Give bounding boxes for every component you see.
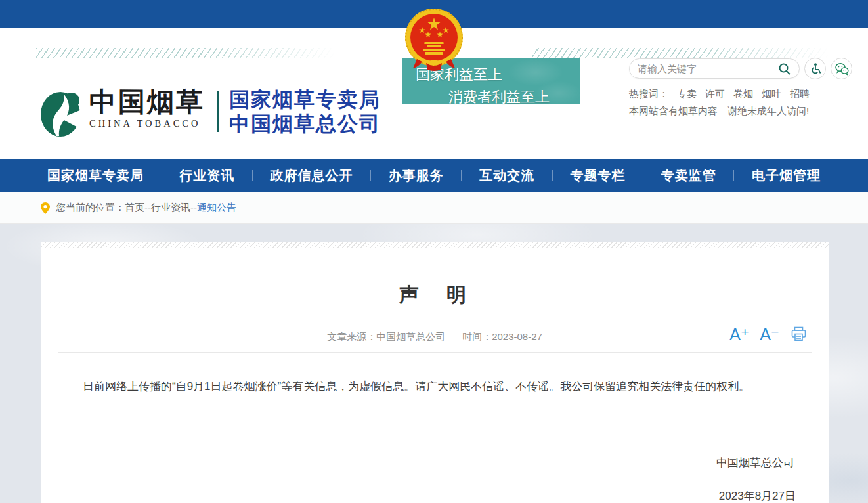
search-box[interactable]: [629, 58, 800, 79]
hot-word-xuke[interactable]: 许可: [705, 88, 725, 100]
search-icon[interactable]: [778, 62, 791, 76]
meta-source-label: 文章来源：: [327, 331, 376, 342]
hot-word-zhuanmai[interactable]: 专卖: [677, 88, 697, 100]
hot-word-juanyan[interactable]: 卷烟: [733, 88, 753, 100]
logo-text: 中国烟草 CHINA TOBACCO: [89, 87, 205, 129]
breadcrumb-path: 首页--行业资讯--: [125, 202, 197, 214]
decorative-stripes-right: [532, 48, 829, 58]
hot-word-zhaopin[interactable]: 招聘: [790, 88, 810, 100]
nav-item-interaction[interactable]: 互动交流: [479, 167, 534, 185]
signature-org: 中国烟草总公司: [41, 455, 829, 470]
article-card: 声 明 文章来源：中国烟草总公司时间：2023-08-27 A⁺ A⁻ 日前: [41, 242, 829, 503]
location-pin-icon: [41, 202, 50, 214]
nav-separator: [370, 170, 371, 181]
font-decrease-button[interactable]: A⁻: [760, 326, 779, 343]
nav-separator: [643, 170, 643, 181]
meta-time-label: 时间：: [462, 331, 492, 342]
accessibility-icon: [809, 62, 822, 76]
china-tobacco-logo-icon: [41, 87, 83, 142]
nav-item-special-topics[interactable]: 专题专栏: [570, 167, 625, 185]
accessibility-button[interactable]: [804, 58, 826, 79]
card-top-hatch: [41, 242, 829, 248]
nav-item-monopoly-bureau[interactable]: 国家烟草专卖局: [47, 167, 144, 185]
national-emblem-icon: [404, 7, 464, 75]
print-button[interactable]: [790, 326, 808, 343]
wechat-icon: [835, 62, 849, 76]
font-increase-button[interactable]: A⁺: [729, 326, 749, 343]
hot-search-label: 热搜词：: [629, 88, 668, 100]
agency-title-line1: 国家烟草专卖局: [229, 87, 381, 112]
search-input[interactable]: [638, 63, 778, 74]
nav-separator: [252, 170, 253, 181]
wechat-button[interactable]: [831, 58, 852, 79]
nav-item-services[interactable]: 办事服务: [389, 167, 444, 185]
hot-word-yanye[interactable]: 烟叶: [762, 88, 781, 100]
logo-en-text: CHINA TOBACCO: [89, 118, 205, 129]
site-header: 中国烟草 CHINA TOBACCO 国家烟草专卖局 中国烟草总公司 国家利益至…: [0, 28, 868, 159]
hot-search-row: 热搜词： 专卖 许可 卷烟 烟叶 招聘: [629, 88, 859, 100]
nav-separator: [552, 170, 553, 181]
search-area: 热搜词： 专卖 许可 卷烟 烟叶 招聘 本网站含有烟草内容 谢绝未成年人访问!: [629, 58, 859, 118]
nav-separator: [733, 170, 734, 181]
meta-time-value: 2023-08-27: [492, 331, 542, 342]
article-title: 声 明: [41, 282, 829, 309]
agency-title-line2: 中国烟草总公司: [229, 112, 381, 136]
nav-separator: [162, 170, 162, 181]
agency-titles: 国家烟草专卖局 中国烟草总公司: [229, 87, 381, 136]
article-tools: A⁺ A⁻: [729, 326, 808, 343]
nav-item-gov-info[interactable]: 政府信息公开: [271, 167, 353, 185]
minor-access-notice: 本网站含有烟草内容 谢绝未成年人访问!: [629, 105, 859, 118]
slogan-line2: 消费者利益至上: [402, 87, 580, 107]
meta-source-value: 中国烟草总公司: [376, 331, 445, 342]
article-body: 日前网络上传播的“自9月1日起卷烟涨价”等有关信息，为虚假信息。请广大网民不信谣…: [60, 376, 809, 397]
article-meta-row: 文章来源：中国烟草总公司时间：2023-08-27 A⁺ A⁻: [41, 331, 829, 344]
nav-item-ecig-management[interactable]: 电子烟管理: [752, 167, 821, 185]
header-branding: 中国烟草 CHINA TOBACCO 国家烟草专卖局 中国烟草总公司: [41, 87, 381, 142]
nav-item-monopoly-supervision[interactable]: 专卖监管: [661, 167, 716, 185]
nav-separator: [461, 170, 462, 181]
main-nav: 国家烟草专卖局 行业资讯 政府信息公开 办事服务 互动交流 专题专栏 专卖监管 …: [0, 159, 868, 192]
decorative-stripes-left: [36, 48, 335, 58]
logo-cn-text: 中国烟草: [89, 87, 205, 117]
breadcrumb-label: 您当前的位置：: [56, 202, 125, 214]
breadcrumb-link-notices[interactable]: 通知公告: [197, 202, 236, 214]
breadcrumb: 您当前的位置： 首页--行业资讯-- 通知公告: [0, 192, 868, 224]
signature-date: 2023年8月27日: [41, 489, 829, 503]
page-background: 声 明 文章来源：中国烟草总公司时间：2023-08-27 A⁺ A⁻ 日前: [0, 224, 868, 503]
nav-item-industry-news[interactable]: 行业资讯: [179, 167, 234, 185]
logo-divider: [217, 91, 219, 132]
meta-divider: [58, 352, 812, 353]
